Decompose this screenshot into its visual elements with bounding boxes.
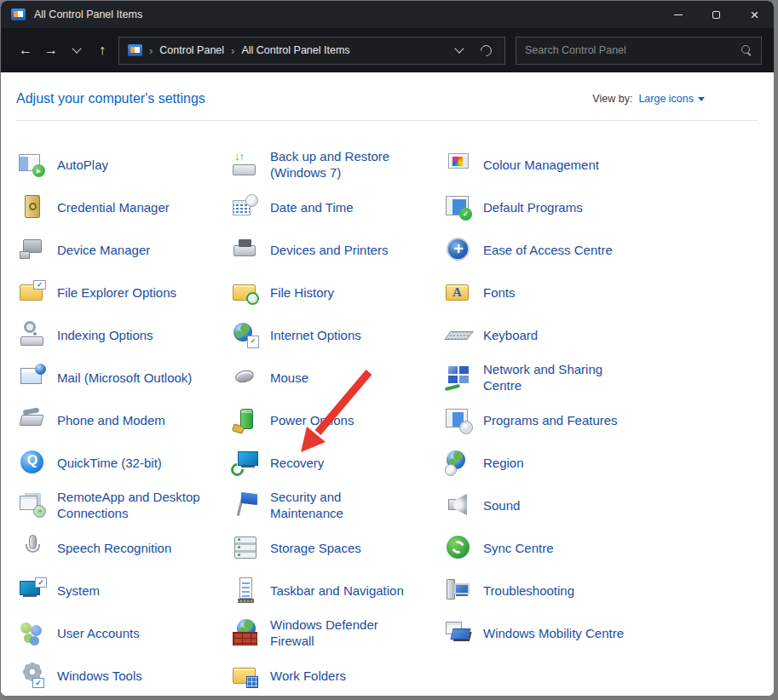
date-time-icon — [231, 192, 260, 221]
control-panel-item[interactable]: Keyboard — [444, 313, 657, 356]
storage-spaces-icon — [231, 533, 260, 562]
breadcrumb-control-panel-icon — [128, 44, 142, 56]
control-panel-grid: AutoPlay Back up and Restore (Windows 7)… — [18, 143, 774, 697]
address-bar[interactable]: › Control Panel › All Control Panel Item… — [118, 37, 505, 65]
control-panel-item[interactable]: Credential Manager — [18, 186, 231, 228]
speech-recognition-icon — [18, 533, 47, 562]
backup-restore-icon — [231, 150, 260, 179]
view-by-label: View by: — [592, 93, 632, 105]
control-panel-item[interactable]: Internet Options — [231, 313, 444, 356]
navigation-bar: ← → ↑ › Control Panel › All Control Pane… — [1, 28, 774, 72]
work-folders-icon — [231, 661, 260, 690]
control-panel-item[interactable]: Region — [444, 441, 657, 484]
control-panel-item[interactable]: Speech Recognition — [18, 526, 231, 569]
breadcrumb-chevron-icon: › — [231, 44, 234, 57]
colour-management-icon — [444, 150, 473, 179]
recovery-icon — [231, 448, 260, 477]
close-button[interactable]: × — [735, 1, 774, 28]
search-box[interactable] — [516, 37, 762, 65]
file-history-icon — [231, 278, 260, 307]
remoteapp-icon — [18, 491, 47, 519]
system-icon — [18, 576, 47, 605]
file-explorer-options-icon — [18, 278, 47, 307]
chevron-down-icon — [454, 43, 464, 53]
control-panel-item[interactable]: Devices and Printers — [231, 228, 444, 271]
control-panel-item[interactable]: System — [18, 569, 231, 611]
control-panel-item[interactable]: User Accounts — [18, 611, 231, 654]
troubleshooting-icon — [444, 576, 473, 605]
refresh-icon — [478, 43, 493, 58]
refresh-button[interactable] — [475, 37, 496, 63]
address-dropdown-button[interactable] — [450, 37, 469, 63]
control-panel-item[interactable]: Sync Centre — [444, 526, 657, 569]
control-panel-item[interactable]: RemoteApp and Desktop Connections — [18, 484, 231, 526]
control-panel-item[interactable]: Indexing Options — [18, 313, 231, 356]
back-button[interactable]: ← — [13, 37, 38, 63]
control-panel-item[interactable]: Sound — [444, 484, 657, 526]
control-panel-item[interactable]: Colour Management — [444, 143, 657, 186]
window-title: All Control Panel Items — [34, 9, 142, 20]
user-accounts-icon — [18, 618, 47, 647]
region-icon — [444, 448, 473, 477]
control-panel-item[interactable]: Security and Maintenance — [231, 484, 444, 526]
view-by-dropdown[interactable]: Large icons — [638, 93, 705, 105]
phone-modem-icon — [18, 405, 47, 434]
power-options-icon — [231, 405, 260, 434]
minimize-button[interactable] — [659, 1, 697, 28]
control-panel-item[interactable]: Windows Tools — [18, 654, 231, 697]
keyboard-icon — [444, 320, 473, 349]
credential-manager-icon — [18, 192, 47, 221]
breadcrumb-all-control-panel-items[interactable]: All Control Panel Items — [241, 44, 349, 56]
search-icon — [741, 44, 752, 56]
view-by-control: View by: Large icons — [592, 93, 705, 105]
up-button[interactable]: ↑ — [89, 37, 115, 63]
maximize-button[interactable] — [697, 1, 735, 28]
windows-tools-icon — [18, 661, 47, 690]
control-panel-item[interactable]: Windows Defender Firewall — [231, 611, 444, 654]
control-panel-item[interactable]: Programs and Features — [444, 399, 657, 441]
page-title: Adjust your computer's settings — [16, 91, 205, 106]
control-panel-item[interactable]: File History — [231, 271, 444, 313]
control-panel-item[interactable]: Windows Mobility Centre — [444, 611, 657, 654]
control-panel-item[interactable]: AutoPlay — [18, 143, 231, 186]
recent-locations-button[interactable] — [64, 37, 89, 63]
control-panel-item[interactable]: Power Options — [231, 399, 444, 441]
control-panel-item[interactable]: Default Programs — [444, 186, 657, 228]
search-input[interactable] — [525, 44, 741, 56]
ease-of-access-icon — [444, 235, 473, 264]
breadcrumb-control-panel[interactable]: Control Panel — [159, 44, 224, 56]
network-sharing-icon — [444, 363, 473, 392]
control-panel-item[interactable]: Phone and Modem — [18, 399, 231, 441]
control-panel-item[interactable]: Mouse — [231, 356, 444, 399]
control-panel-item[interactable]: Troubleshooting — [444, 569, 657, 611]
control-panel-item[interactable]: Back up and Restore (Windows 7) — [231, 143, 444, 186]
sync-centre-icon — [444, 533, 473, 562]
control-panel-item[interactable]: Network and Sharing Centre — [444, 356, 657, 399]
header-divider — [16, 120, 758, 121]
programs-features-icon — [444, 405, 473, 434]
maximize-icon — [712, 11, 720, 19]
content-header: Adjust your computer's settings View by:… — [1, 72, 774, 120]
device-manager-icon — [18, 235, 47, 264]
control-panel-item[interactable]: File Explorer Options — [18, 271, 231, 313]
windows-mobility-icon — [444, 618, 473, 647]
forward-button[interactable]: → — [38, 37, 64, 63]
chevron-down-icon — [72, 43, 81, 53]
minimize-icon — [674, 14, 683, 15]
control-panel-item[interactable]: Device Manager — [18, 228, 231, 271]
content-area: Adjust your computer's settings View by:… — [1, 72, 774, 697]
windows-defender-firewall-icon — [231, 618, 260, 647]
control-panel-item[interactable]: Storage Spaces — [231, 526, 444, 569]
control-panel-item[interactable]: Fonts — [444, 271, 657, 313]
control-panel-item[interactable]: QuickTime (32-bit) — [18, 441, 231, 484]
indexing-options-icon — [18, 320, 47, 349]
control-panel-item[interactable]: Mail (Microsoft Outlook) — [18, 356, 231, 399]
control-panel-item[interactable]: Taskbar and Navigation — [231, 569, 444, 611]
control-panel-item[interactable]: Work Folders — [231, 654, 444, 697]
control-panel-item[interactable]: Date and Time — [231, 186, 444, 228]
default-programs-icon — [444, 192, 473, 221]
control-panel-app-icon — [11, 9, 26, 20]
security-maintenance-icon — [231, 491, 260, 519]
control-panel-item[interactable]: Recovery — [231, 441, 444, 484]
control-panel-item[interactable]: Ease of Access Centre — [444, 228, 657, 271]
